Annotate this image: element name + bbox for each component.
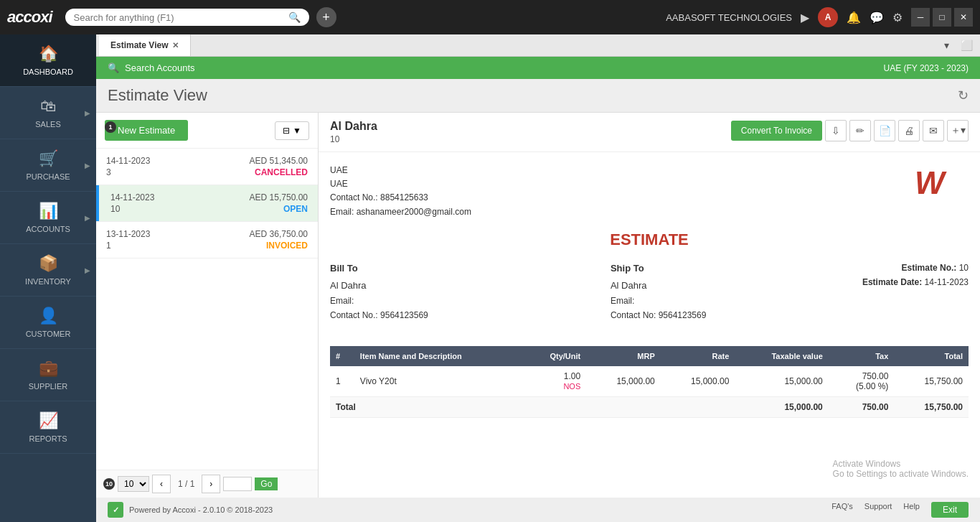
- list-item[interactable]: 14-11-2023 AED 51,345.00 3 CANCELLED: [96, 149, 318, 185]
- filter-button[interactable]: ⊟ ▼: [275, 121, 309, 140]
- ship-email: Email:: [611, 294, 862, 308]
- row-tax: 750.00(5.00 %): [829, 366, 895, 397]
- go-to-page-input[interactable]: [223, 477, 252, 491]
- row-qty: 1.00NOS: [523, 366, 586, 397]
- window-controls: ─ □ ✕: [911, 8, 973, 27]
- sidebar-item-customer[interactable]: 👤 CUSTOMER: [0, 297, 96, 349]
- new-estimate-button[interactable]: 1 New Estimate: [105, 120, 188, 141]
- convert-to-invoice-button[interactable]: Convert To Invoice: [731, 121, 822, 141]
- items-table: # Item Name and Description Qty/Unit MRP…: [330, 346, 969, 418]
- search-accounts-btn[interactable]: 🔍 Search Accounts: [108, 62, 195, 73]
- list-item[interactable]: 13-11-2023 AED 36,750.00 1 INVOICED: [96, 222, 318, 258]
- main-container: 🏠 DASHBOARD 🛍 SALES ▶ 🛒 PURCHASE ▶ 📊 ACC…: [0, 34, 980, 522]
- help-link[interactable]: Help: [903, 502, 920, 518]
- col-tax: Tax: [829, 346, 895, 366]
- estimate-heading: ESTIMATE: [330, 230, 969, 249]
- estimate-date: 14-11-2023: [110, 192, 154, 202]
- footer-left: ✓ Powered by Accoxi - 2.0.10 © 2018-2023: [108, 502, 273, 518]
- customer-icon: 👤: [39, 307, 58, 325]
- sidebar-item-label: DASHBOARD: [23, 67, 73, 76]
- restore-button[interactable]: □: [933, 8, 951, 27]
- sidebar-item-dashboard[interactable]: 🏠 DASHBOARD: [0, 34, 96, 87]
- estimate-number: 1: [106, 241, 111, 251]
- svg-text:W: W: [915, 165, 947, 200]
- per-page-select[interactable]: 10 25 50: [118, 476, 149, 492]
- topbar-right: AABASOFT TECHNOLOGIES ▶ A 🔔 💬 ⚙ ─ □ ✕: [666, 7, 973, 27]
- chevron-right-icon: ▶: [85, 266, 90, 274]
- message-icon[interactable]: 💬: [870, 11, 884, 24]
- detail-customer-name: Al Dahra: [330, 120, 377, 133]
- tab-restore-button[interactable]: ⬜: [956, 37, 977, 54]
- estimate-list: 14-11-2023 AED 51,345.00 3 CANCELLED 14-…: [96, 149, 318, 470]
- bill-customer-name: Al Dahra: [330, 278, 582, 294]
- col-total: Total: [894, 346, 969, 366]
- pagination: 10 10 25 50 ‹ 1 / 1 › Go: [96, 470, 318, 498]
- close-button[interactable]: ✕: [954, 8, 973, 27]
- row-mrp: 15,000.00: [586, 366, 661, 397]
- sidebar-item-sales[interactable]: 🛍 SALES ▶: [0, 87, 96, 139]
- next-page-button[interactable]: ›: [202, 475, 220, 493]
- sub-header: 🔍 Search Accounts UAE (FY 2023 - 2023): [96, 57, 980, 79]
- pagination-badge: 10: [103, 478, 115, 490]
- exit-button[interactable]: Exit: [931, 502, 969, 518]
- sidebar-item-inventory[interactable]: 📦 INVENTORY ▶: [0, 244, 96, 297]
- sidebar-item-accounts[interactable]: 📊 ACCOUNTS ▶: [0, 192, 96, 244]
- bill-to-label: Bill To: [330, 261, 582, 276]
- estimate-status: INVOICED: [266, 241, 308, 251]
- tab-close-icon[interactable]: ✕: [172, 41, 179, 50]
- detail-title-block: Al Dahra 10: [330, 120, 377, 144]
- minimize-button[interactable]: ─: [911, 8, 930, 27]
- estimate-date: 13-11-2023: [106, 229, 150, 239]
- tab-bar-right: ▾ ⬜: [940, 37, 977, 54]
- sidebar-item-purchase[interactable]: 🛒 PURCHASE ▶: [0, 139, 96, 192]
- support-link[interactable]: Support: [864, 502, 892, 518]
- row-num: 1: [330, 366, 354, 397]
- email-button[interactable]: ✉: [923, 120, 944, 141]
- print-button[interactable]: 🖨: [898, 120, 920, 141]
- more-button[interactable]: ＋▾: [947, 120, 969, 141]
- estimate-date-value: 14-11-2023: [925, 277, 969, 287]
- prev-page-button[interactable]: ‹: [152, 475, 171, 493]
- go-button[interactable]: Go: [255, 477, 278, 490]
- chevron-right-icon: ▶: [85, 214, 90, 222]
- search-bar[interactable]: 🔍: [65, 9, 309, 26]
- sidebar-item-reports[interactable]: 📈 REPORTS: [0, 401, 96, 454]
- powered-by-text: Powered by Accoxi - 2.0.10 © 2018-2023: [129, 505, 273, 514]
- pdf-button[interactable]: 📄: [874, 120, 895, 141]
- bell-icon[interactable]: 🔔: [847, 11, 861, 24]
- total-amount: 15,750.00: [894, 396, 969, 417]
- download-button[interactable]: ⇩: [825, 120, 847, 141]
- total-tax: 750.00: [829, 396, 895, 417]
- sidebar: 🏠 DASHBOARD 🛍 SALES ▶ 🛒 PURCHASE ▶ 📊 ACC…: [0, 34, 96, 522]
- right-panel: Al Dahra 10 Convert To Invoice ⇩ ✏ 📄 🖨 ✉…: [319, 113, 980, 498]
- list-item[interactable]: 14-11-2023 AED 15,750.00 10 OPEN: [96, 185, 318, 222]
- ship-contact: Contact No: 9564123569: [611, 308, 862, 322]
- avatar: A: [818, 7, 838, 27]
- search-input[interactable]: [74, 12, 283, 23]
- tab-estimate-view[interactable]: Estimate View ✕: [99, 34, 191, 56]
- faqs-link[interactable]: FAQ's: [831, 502, 853, 518]
- row-rate: 15,000.00: [661, 366, 735, 397]
- settings-icon[interactable]: ⚙: [892, 11, 903, 24]
- footer: ✓ Powered by Accoxi - 2.0.10 © 2018-2023…: [96, 498, 980, 522]
- total-taxable: 15,000.00: [735, 396, 828, 417]
- tab-pin-button[interactable]: ▾: [940, 37, 953, 54]
- ship-customer-name: Al Dahra: [611, 278, 862, 294]
- sales-icon: 🛍: [40, 97, 56, 116]
- search-button[interactable]: 🔍: [288, 11, 301, 23]
- estimate-amount: AED 15,750.00: [250, 192, 308, 202]
- estimate-status: OPEN: [283, 204, 308, 214]
- sidebar-item-supplier[interactable]: 💼 SUPPLIER: [0, 349, 96, 401]
- add-button[interactable]: +: [316, 7, 336, 27]
- topbar: accoxi 🔍 + AABASOFT TECHNOLOGIES ▶ A 🔔 💬…: [0, 0, 980, 34]
- col-rate: Rate: [661, 346, 735, 366]
- detail-body: UAE UAE Contact No.: 8854125633 Email: a…: [319, 152, 980, 498]
- filter-dropdown-icon: ▼: [293, 126, 301, 136]
- edit-button[interactable]: ✏: [849, 120, 871, 141]
- refresh-button[interactable]: ↻: [958, 88, 969, 103]
- fy-label: UAE (FY 2023 - 2023): [883, 63, 969, 73]
- estimate-number: 3: [106, 167, 111, 177]
- col-item-name: Item Name and Description: [354, 346, 524, 366]
- selected-indicator: [96, 185, 99, 221]
- page-header: Estimate View ↻: [96, 79, 980, 113]
